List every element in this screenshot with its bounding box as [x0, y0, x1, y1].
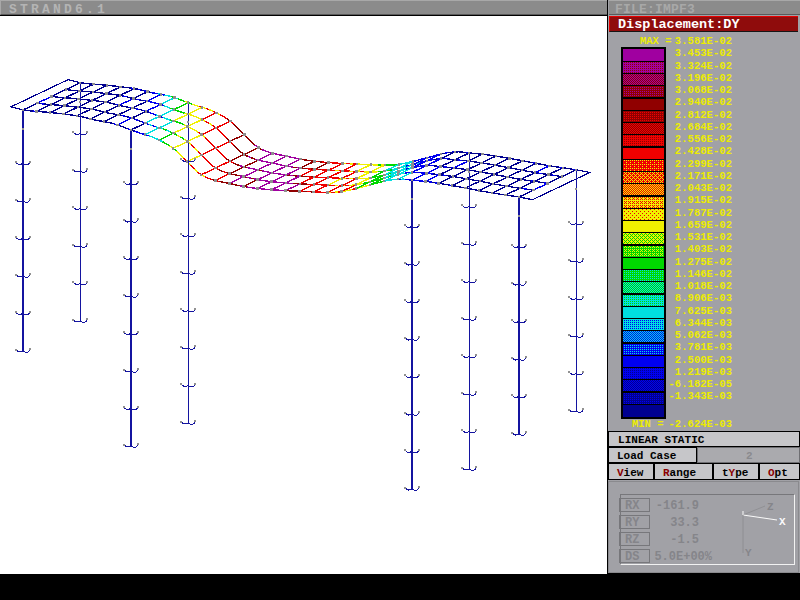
svg-text:X: X [779, 516, 786, 528]
svg-text:Z: Z [767, 501, 774, 513]
svg-text:Y: Y [745, 547, 752, 559]
